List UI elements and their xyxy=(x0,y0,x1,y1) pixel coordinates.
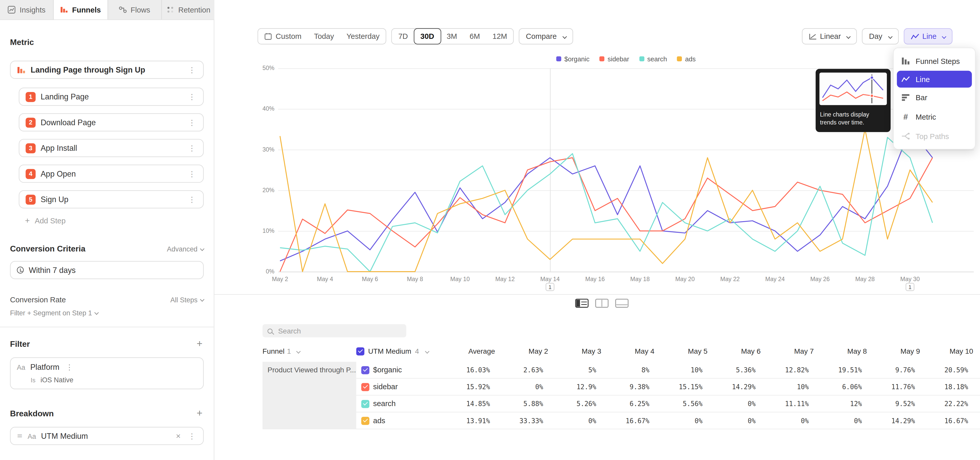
filter-kebab-icon[interactable]: ⋮ xyxy=(64,364,74,371)
table-row[interactable]: sidebar 15.92% 0% 12.9% 9.38% 15.15% 14.… xyxy=(356,379,980,396)
filter-segment-step1-dropdown[interactable]: Filter + Segment on Step 1 xyxy=(10,309,204,317)
legend-item[interactable]: sidebar xyxy=(600,55,629,62)
drag-handle-icon[interactable]: ≡ xyxy=(17,432,23,440)
legend-item[interactable]: $organic xyxy=(556,55,589,62)
row-checkbox[interactable] xyxy=(361,366,369,374)
legend-item[interactable]: search xyxy=(639,55,667,62)
utm-column-header[interactable]: UTM Medium 4 xyxy=(356,347,444,355)
tab-funnels[interactable]: Funnels xyxy=(54,0,108,19)
string-type-icon: Aa xyxy=(27,432,36,439)
cell: 0% xyxy=(543,417,596,424)
cell: 12.9% xyxy=(543,383,596,390)
step-kebab-icon[interactable]: ⋮ xyxy=(187,195,197,203)
step-row-5[interactable]: 5 Sign Up ⋮ xyxy=(19,190,204,208)
layout-bottom-view-button[interactable] xyxy=(615,299,629,308)
layout-columns-view-button[interactable] xyxy=(595,299,609,308)
series-line-ads[interactable] xyxy=(280,129,932,272)
range-7d-button[interactable]: 7D xyxy=(392,29,414,44)
step-kebab-icon[interactable]: ⋮ xyxy=(187,118,197,126)
step-row-3[interactable]: 3 App Install ⋮ xyxy=(19,139,204,157)
scale-linear-button[interactable]: Linear xyxy=(802,28,857,45)
select-all-checkbox[interactable] xyxy=(356,347,364,355)
interval-day-button[interactable]: Day xyxy=(862,28,899,45)
add-filter-button[interactable]: + xyxy=(196,339,204,348)
search-input[interactable] xyxy=(277,326,401,335)
line-chart-icon xyxy=(901,76,910,83)
filter-operator: Is xyxy=(30,377,35,383)
filter-value[interactable]: iOS Native xyxy=(41,376,73,383)
row-average: 15.92% xyxy=(439,383,490,390)
cell: 2.63% xyxy=(490,366,543,374)
step-kebab-icon[interactable]: ⋮ xyxy=(187,144,197,152)
menu-item-metric[interactable]: # Metric xyxy=(894,107,975,126)
remove-breakdown-icon[interactable]: × xyxy=(175,431,182,441)
annotation-badge[interactable]: 1 xyxy=(546,283,554,291)
conversion-window-card[interactable]: Within 7 days xyxy=(10,261,204,279)
chart-table-divider xyxy=(215,294,980,295)
breakdown-kebab-icon[interactable]: ⋮ xyxy=(187,432,197,439)
x-tick-label: May 30 xyxy=(894,275,925,283)
chevron-down-icon xyxy=(296,349,301,353)
step-row-2[interactable]: 2 Download Page ⋮ xyxy=(19,113,204,131)
row-checkbox[interactable] xyxy=(361,400,369,408)
step-kebab-icon[interactable]: ⋮ xyxy=(187,93,197,101)
range-12m-button[interactable]: 12M xyxy=(486,29,513,44)
main-content: Custom Today Yesterday 7D 30D 3M 6M 12M … xyxy=(215,0,980,460)
chart-type-menu: Funnel Steps Line Bar # Metric Top Paths xyxy=(893,48,976,150)
menu-item-line[interactable]: Line xyxy=(897,71,972,88)
day-column-header: May 5 xyxy=(654,347,708,355)
step-row-1[interactable]: 1 Landing Page ⋮ xyxy=(19,88,204,106)
table-row[interactable]: ads 13.91% 33.33% 0% 16.67% 0% 0% 0% 0% … xyxy=(356,412,980,429)
menu-item-bar[interactable]: Bar xyxy=(894,88,975,107)
funnel-kebab-icon[interactable]: ⋮ xyxy=(187,66,197,73)
series-line-$organic[interactable] xyxy=(280,129,932,261)
top-tab-bar: Insights Funnels Flows Retention xyxy=(0,0,216,20)
range-3m-button[interactable]: 3M xyxy=(441,29,463,44)
all-steps-dropdown[interactable]: All Steps xyxy=(170,296,204,303)
table-search[interactable] xyxy=(262,324,406,337)
add-step-button[interactable]: + Add Step xyxy=(19,213,204,228)
step-number-badge: 1 xyxy=(25,92,35,102)
cell: 11.76% xyxy=(862,383,915,390)
tab-retention[interactable]: Retention xyxy=(162,0,215,19)
yesterday-button[interactable]: Yesterday xyxy=(340,29,386,44)
clock-icon xyxy=(17,267,24,273)
funnel-group-cell[interactable]: Product Viewed through P... xyxy=(262,362,356,429)
filter-card[interactable]: Aa Platform ⋮ Is iOS Native xyxy=(10,357,204,389)
menu-item-top-paths[interactable]: Top Paths xyxy=(894,126,975,146)
advanced-dropdown[interactable]: Advanced xyxy=(167,245,204,252)
chevron-down-icon xyxy=(562,34,566,38)
menu-item-funnel-steps[interactable]: Funnel Steps xyxy=(894,51,975,71)
range-6m-button[interactable]: 6M xyxy=(463,29,487,44)
table-row[interactable]: search 14.85% 5.88% 5.26% 6.25% 5.56% 0%… xyxy=(356,396,980,412)
funnel-metric-card[interactable]: Landing Page through Sign Up ⋮ xyxy=(10,61,204,79)
average-column-header: Average xyxy=(444,347,495,355)
utm-header-label: UTM Medium xyxy=(368,347,411,355)
step-row-4[interactable]: 4 App Open ⋮ xyxy=(19,165,204,183)
breakdown-card[interactable]: ≡ Aa UTM Medium × ⋮ xyxy=(10,427,204,445)
add-step-label: Add Step xyxy=(35,216,65,225)
chart-type-line-button[interactable]: Line xyxy=(904,28,953,45)
custom-range-button[interactable]: Custom xyxy=(258,29,307,44)
annotation-badge[interactable]: 1 xyxy=(906,283,915,291)
x-tick-label: May 6 xyxy=(355,275,386,283)
compare-button[interactable]: Compare xyxy=(519,28,573,45)
flows-icon xyxy=(119,6,127,14)
row-checkbox[interactable] xyxy=(361,417,369,425)
day-column-header: May 3 xyxy=(548,347,601,355)
metric-hash-icon: # xyxy=(901,112,910,121)
funnel-column-header[interactable]: Funnel 1 xyxy=(262,347,356,355)
tab-insights[interactable]: Insights xyxy=(0,0,54,19)
range-30d-button[interactable]: 30D xyxy=(414,28,441,45)
x-axis-labels: May 2May 4May 6May 8May 10May 12May 14Ma… xyxy=(278,275,974,283)
add-breakdown-button[interactable]: + xyxy=(196,408,204,418)
layout-split-view-button[interactable] xyxy=(575,299,589,308)
tab-flows[interactable]: Flows xyxy=(108,0,162,19)
row-checkbox[interactable] xyxy=(361,383,369,391)
legend-item[interactable]: ads xyxy=(677,55,696,62)
step-number-badge: 5 xyxy=(25,194,35,204)
table-row[interactable]: $organic 16.03% 2.63% 5% 8% 10% 5.36% 12… xyxy=(356,362,980,379)
step-kebab-icon[interactable]: ⋮ xyxy=(187,170,197,177)
today-button[interactable]: Today xyxy=(308,29,340,44)
series-line-sidebar[interactable] xyxy=(280,158,932,272)
